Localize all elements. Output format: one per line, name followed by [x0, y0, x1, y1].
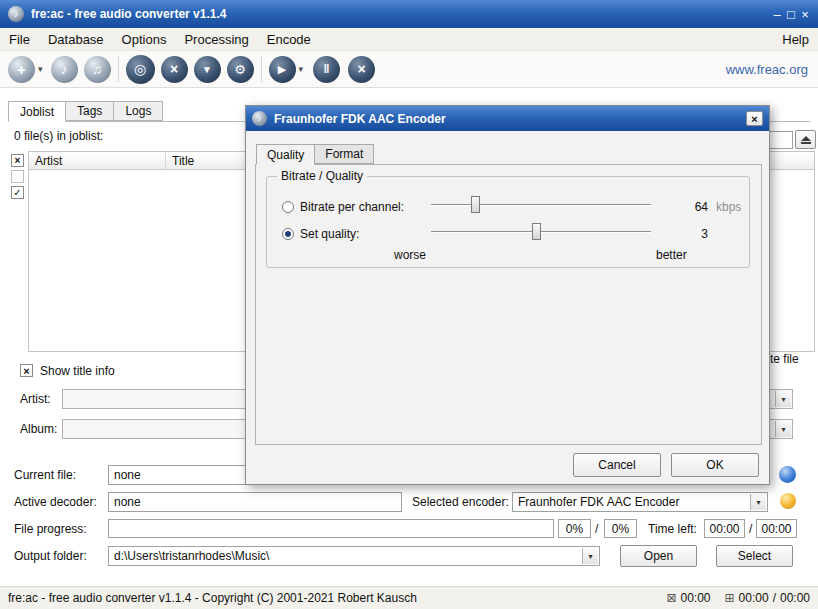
tab-joblist[interactable]: Joblist [8, 101, 66, 122]
select-all-checkbox[interactable]: × [11, 154, 24, 167]
select-button-label: Select [738, 549, 771, 563]
bitrate-value: 64 [676, 200, 708, 214]
output-folder-value: d:\Users\tristanrhodes\Music\ [109, 547, 599, 565]
file-progress-bar [108, 519, 554, 538]
eject-button[interactable] [795, 130, 816, 149]
select-button[interactable]: Select [716, 545, 793, 567]
stop-icon[interactable]: × [348, 56, 375, 83]
toggle-selection-checkbox[interactable]: ✓ [11, 186, 24, 199]
menu-database[interactable]: Database [39, 28, 113, 50]
bitrate-slider-thumb[interactable] [471, 196, 480, 213]
album-dropdown-icon[interactable]: ▾ [775, 421, 791, 437]
select-none-checkbox[interactable] [11, 170, 24, 183]
minimize-button[interactable]: – [770, 7, 784, 22]
cancel-button-label: Cancel [598, 458, 635, 472]
joblist-count: 0 file(s) in joblist: [14, 129, 103, 143]
encoder-dropdown-icon[interactable]: ▾ [750, 494, 766, 510]
dialog-icon: ♪ [252, 111, 267, 126]
statusbar: fre:ac - free audio converter v1.1.4 - C… [0, 586, 818, 609]
close-button[interactable]: × [798, 7, 812, 22]
pause-icon[interactable]: ‖ [313, 56, 340, 83]
ok-button[interactable]: OK [671, 453, 759, 477]
bitrate-slider[interactable] [431, 196, 651, 213]
quality-value: 3 [676, 227, 708, 241]
output-folder-combo[interactable]: d:\Users\tristanrhodes\Music\ ▾ [108, 546, 600, 566]
quality-slider[interactable] [431, 223, 651, 240]
bitrate-radio[interactable] [282, 201, 294, 213]
toolbar-separator [118, 56, 119, 82]
time-total-icon: ⊞ [725, 591, 735, 605]
selected-encoder-value: Fraunhofer FDK AAC Encoder [513, 493, 767, 511]
statusbar-times: ⊠ 00:00 ⊞ 00:00 / 00:00 [666, 591, 810, 605]
window-title: fre:ac - free audio converter v1.1.4 [31, 7, 226, 21]
dialog-close-button[interactable]: × [746, 111, 763, 126]
track-percent-value: 0% [566, 522, 583, 536]
column-header-artist[interactable]: Artist [29, 152, 166, 170]
menu-processing[interactable]: Processing [175, 28, 257, 50]
output-folder-label: Output folder: [14, 549, 87, 563]
pause-glyph: ‖ [324, 62, 330, 76]
statusbar-time-3: 00:00 [780, 591, 810, 605]
total-percent-field: 0% [604, 519, 637, 538]
current-file-label: Current file: [14, 468, 76, 482]
quality-label: Set quality: [300, 227, 359, 241]
settings-icon[interactable]: ⚙ [227, 56, 254, 83]
cddb-manage-icon[interactable]: ▼ [194, 56, 221, 83]
menubar: File Database Options Processing Encode … [0, 28, 818, 50]
cddb-submit-icon[interactable]: × [161, 56, 188, 83]
open-button[interactable]: Open [620, 545, 697, 567]
window-titlebar[interactable]: ♪ fre:ac - free audio converter v1.1.4 –… [0, 0, 818, 28]
current-file-value: none [114, 468, 141, 482]
toolbar-separator [261, 56, 262, 82]
track-time-value: 00:00 [709, 522, 739, 536]
file-progress-label: File progress: [14, 522, 87, 536]
cd-audio-icon[interactable]: ♪ [51, 56, 78, 83]
menu-help[interactable]: Help [773, 28, 818, 50]
better-label: better [656, 248, 687, 262]
show-title-info-checkbox[interactable]: × [20, 364, 33, 377]
eject-icon [801, 136, 811, 141]
bitrate-slider-track [431, 204, 651, 206]
percent-slash: / [595, 522, 598, 536]
track-percent-field: 0% [558, 519, 591, 538]
dialog-tabstrip: Quality Format [256, 144, 373, 165]
add-files-icon[interactable]: + [8, 56, 35, 83]
play-icon[interactable]: ▶ [269, 56, 296, 83]
encoder-config-dialog: ♪ Fraunhofer FDK AAC Encoder × Quality F… [245, 105, 770, 485]
website-link[interactable]: www.freac.org [726, 62, 808, 77]
show-title-info-label: Show title info [40, 364, 115, 378]
tab-logs[interactable]: Logs [113, 101, 163, 121]
artist-label: Artist: [20, 392, 51, 406]
album-label: Album: [20, 422, 57, 436]
dialog-tab-format[interactable]: Format [314, 144, 374, 164]
output-folder-dropdown-icon[interactable]: ▾ [582, 548, 598, 564]
dialog-tab-quality[interactable]: Quality [256, 144, 315, 165]
show-title-info-check-glyph: × [23, 365, 29, 377]
artist-dropdown-icon[interactable]: ▾ [775, 391, 791, 407]
menu-encode[interactable]: Encode [258, 28, 320, 50]
open-button-label: Open [644, 549, 673, 563]
device-icon[interactable]: ♫ [84, 56, 111, 83]
quality-slider-thumb[interactable] [532, 223, 541, 240]
quality-radio[interactable] [282, 228, 294, 240]
cddb-query-icon[interactable]: ◎ [126, 55, 155, 84]
play-dropdown-icon[interactable]: ▾ [299, 64, 304, 74]
eject-icon-bar [801, 142, 811, 144]
menu-options[interactable]: Options [113, 28, 176, 50]
add-files-dropdown-icon[interactable]: ▾ [38, 64, 43, 74]
toolbar: + ▾ ♪ ♫ ◎ × ▼ ⚙ ▶ ▾ ‖ × www.freac.org [0, 50, 818, 88]
app-icon-glyph: ♪ [14, 9, 19, 19]
maximize-button[interactable]: □ [784, 7, 798, 22]
selected-encoder-combo[interactable]: Fraunhofer FDK AAC Encoder ▾ [512, 492, 768, 512]
cancel-button[interactable]: Cancel [573, 453, 661, 477]
dialog-titlebar[interactable]: ♪ Fraunhofer FDK AAC Encoder × [246, 106, 769, 131]
freac-window: ♪ fre:ac - free audio converter v1.1.4 –… [0, 0, 818, 609]
app-icon: ♪ [8, 6, 24, 22]
total-time-field: 00:00 [756, 519, 797, 538]
encoder-status-icon [780, 493, 796, 509]
tab-tags[interactable]: Tags [65, 101, 114, 121]
gear-glyph: ⚙ [234, 62, 246, 77]
ok-button-label: OK [706, 458, 723, 472]
clipped-delete-file-label[interactable]: te file [770, 352, 799, 366]
menu-file[interactable]: File [0, 28, 39, 50]
